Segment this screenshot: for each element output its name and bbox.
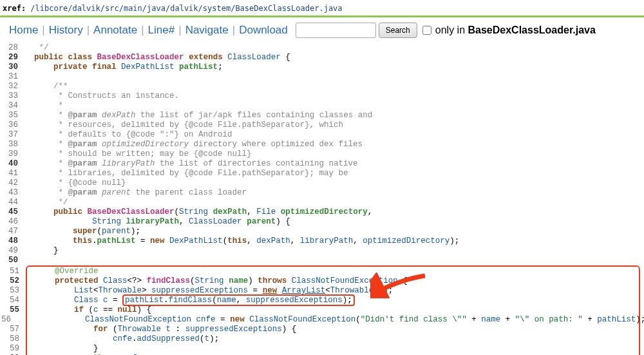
- path-seg[interactable]: src: [105, 4, 119, 13]
- line-number[interactable]: 52: [1, 276, 26, 286]
- line-number[interactable]: 44: [0, 198, 24, 207]
- xref-path: /libcore/dalvik/src/main/java/dalvik/sys…: [30, 4, 342, 13]
- line-number[interactable]: 36: [0, 120, 24, 130]
- line-number[interactable]: 48: [0, 236, 24, 246]
- path-seg[interactable]: system: [203, 4, 231, 13]
- line-number[interactable]: 51: [1, 267, 26, 276]
- path-seg[interactable]: dalvik: [72, 4, 100, 13]
- path-seg[interactable]: /: [198, 4, 203, 13]
- highlight-inline: pathList.findClass(name, suppressedExcep…: [122, 294, 355, 306]
- line-number[interactable]: 57: [1, 325, 26, 334]
- search-input[interactable]: [296, 23, 376, 38]
- line-number[interactable]: 32: [0, 82, 24, 91]
- nav-home[interactable]: Home: [5, 24, 42, 37]
- source-code: 28 */ 29 public class BaseDexClassLoader…: [0, 43, 644, 355]
- path-seg[interactable]: dalvik: [170, 4, 198, 13]
- nav-linenum[interactable]: Line#: [144, 24, 179, 37]
- line-number[interactable]: 54: [1, 296, 26, 305]
- only-in-file-checkbox[interactable]: [422, 26, 431, 35]
- line-number[interactable]: 50: [0, 256, 24, 265]
- line-number[interactable]: 56: [1, 315, 17, 325]
- line-number[interactable]: 39: [0, 149, 24, 159]
- path-seg[interactable]: /: [30, 4, 35, 13]
- line-number[interactable]: 42: [0, 178, 24, 188]
- path-seg[interactable]: main: [124, 4, 142, 13]
- line-number[interactable]: 41: [0, 169, 24, 178]
- path-seg[interactable]: libcore: [35, 4, 68, 13]
- nav-annotate[interactable]: Annotate: [90, 24, 141, 37]
- line-number[interactable]: 47: [0, 227, 24, 236]
- breadcrumb: xref: /libcore/dalvik/src/main/java/dalv…: [0, 0, 644, 15]
- nav-history[interactable]: History: [45, 24, 87, 37]
- line-number[interactable]: 31: [0, 72, 24, 82]
- line-number[interactable]: 46: [0, 217, 24, 227]
- xref-label: xref:: [3, 4, 30, 13]
- line-number[interactable]: 45: [0, 207, 24, 217]
- line-number[interactable]: 38: [0, 140, 24, 149]
- highlight-box: 51 @Override 52 protected Class<?> findC…: [26, 265, 640, 355]
- line-number[interactable]: 55: [1, 305, 26, 315]
- line-number[interactable]: 35: [0, 111, 24, 120]
- line-number[interactable]: 43: [0, 188, 24, 198]
- line-number[interactable]: 53: [1, 286, 26, 296]
- line-number[interactable]: 34: [0, 101, 24, 111]
- line-number[interactable]: 37: [0, 130, 24, 140]
- path-seg[interactable]: java: [147, 4, 166, 13]
- toolbar: Home| History| Annotate| Line#| Navigate…: [0, 17, 644, 43]
- line-number[interactable]: 40: [0, 159, 24, 169]
- line-number[interactable]: 30: [0, 62, 24, 72]
- search-button[interactable]: Search: [379, 23, 417, 38]
- path-seg[interactable]: /: [119, 4, 124, 13]
- nav-navigate[interactable]: Navigate: [182, 24, 232, 37]
- line-number[interactable]: 28: [0, 43, 24, 53]
- only-in-file-label: only in BaseDexClassLoader.java: [435, 24, 596, 36]
- line-number[interactable]: 33: [0, 91, 24, 101]
- line-number[interactable]: 58: [1, 334, 26, 344]
- path-seg[interactable]: /: [142, 4, 147, 13]
- nav-download[interactable]: Download: [235, 24, 292, 37]
- path-seg[interactable]: /: [100, 4, 105, 13]
- line-number[interactable]: 29: [0, 53, 24, 62]
- line-number[interactable]: 59: [1, 344, 26, 354]
- path-seg[interactable]: BaseDexClassLoader.java: [235, 4, 342, 13]
- line-number[interactable]: 49: [0, 246, 24, 256]
